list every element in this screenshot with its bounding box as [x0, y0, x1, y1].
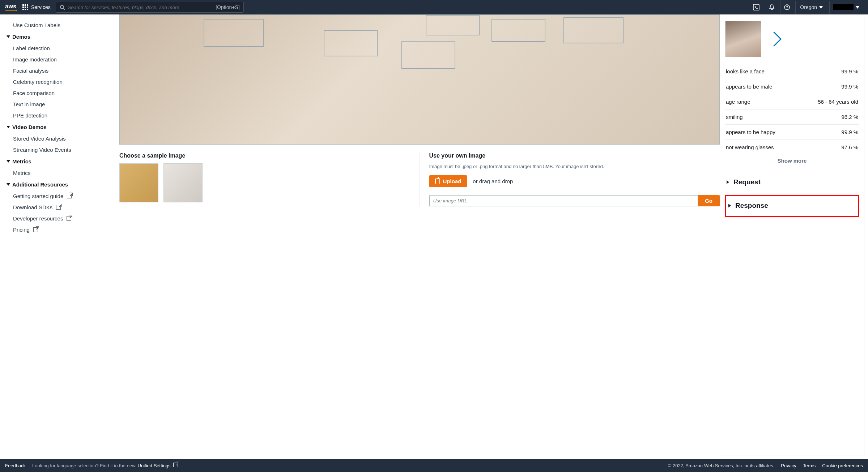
- attribute-row: age range56 - 64 years old: [725, 94, 859, 110]
- sidebar-item-getting-started[interactable]: Getting started guide: [3, 190, 106, 202]
- upload-note: Image must be .jpeg or .png format and n…: [429, 163, 720, 170]
- copyright: © 2022, Amazon Web Services, Inc. or its…: [668, 463, 775, 468]
- next-face-button[interactable]: [772, 30, 782, 48]
- sidebar-group-additional-resources[interactable]: Additional Resources: [3, 179, 106, 190]
- face-bounding-box: [426, 15, 480, 35]
- region-selector[interactable]: Oregon: [795, 1, 827, 14]
- upload-button[interactable]: Upload: [429, 175, 467, 187]
- cookie-preferences-link[interactable]: Cookie preferences: [822, 463, 863, 468]
- go-button[interactable]: Go: [698, 195, 720, 206]
- face-bounding-box: [563, 17, 624, 43]
- sidebar-group-video-demos[interactable]: Video Demos: [3, 121, 106, 133]
- divider: [420, 153, 420, 206]
- external-link-icon: [173, 463, 178, 467]
- caret-down-icon: [7, 126, 10, 128]
- face-bounding-box: [401, 41, 455, 69]
- sidebar-item-metrics[interactable]: Metrics: [3, 167, 106, 179]
- face-bounding-box: [204, 19, 264, 47]
- services-label: Services: [31, 4, 51, 10]
- top-nav: aws Services [Option+S] Oregon: [0, 0, 868, 14]
- selected-face-thumbnail: [725, 21, 761, 57]
- account-menu[interactable]: [829, 1, 863, 14]
- caret-right-icon: [728, 204, 731, 207]
- sidebar-item-custom-labels[interactable]: Use Custom Labels: [3, 20, 106, 31]
- request-section-toggle[interactable]: Request: [725, 175, 859, 190]
- global-search[interactable]: [Option+S]: [56, 2, 244, 13]
- attribute-row: not wearing glasses97.6 %: [725, 140, 859, 155]
- sidebar-item-pricing[interactable]: Pricing: [3, 224, 106, 235]
- footer: Feedback Looking for language selection?…: [0, 459, 868, 472]
- region-label: Oregon: [800, 4, 817, 10]
- sidebar-item-text-in-image[interactable]: Text in image: [3, 99, 106, 110]
- help-icon[interactable]: [780, 1, 793, 14]
- main-content: Choose a sample image Use your own image…: [119, 14, 720, 455]
- sidebar-group-demos[interactable]: Demos: [3, 31, 106, 43]
- grid-icon: [22, 4, 28, 10]
- sidebar-item-celebrity-recognition[interactable]: Celebrity recognition: [3, 76, 106, 87]
- caret-down-icon: [7, 35, 10, 38]
- svg-line-1: [63, 8, 65, 10]
- attribute-row: appears to be happy99.9 %: [725, 125, 859, 140]
- analyzed-image: [119, 14, 720, 145]
- sidebar-item-developer-resources[interactable]: Developer resources: [3, 213, 106, 224]
- sidebar: Use Custom Labels Demos Label detection …: [0, 14, 109, 459]
- face-bounding-box: [324, 30, 378, 56]
- response-section-highlight: Response: [725, 195, 859, 217]
- svg-point-0: [60, 5, 64, 8]
- sidebar-item-download-sdks[interactable]: Download SDKs: [3, 202, 106, 213]
- use-own-heading: Use your own image: [429, 153, 720, 159]
- services-menu[interactable]: Services: [22, 4, 51, 10]
- sidebar-group-metrics[interactable]: Metrics: [3, 155, 106, 167]
- external-link-icon: [67, 216, 71, 221]
- attribute-row: looks like a face99.9 %: [725, 64, 859, 79]
- language-note: Looking for language selection? Find it …: [32, 463, 178, 468]
- sidebar-item-image-moderation[interactable]: Image moderation: [3, 54, 106, 65]
- sidebar-item-label-detection[interactable]: Label detection: [3, 43, 106, 54]
- nav-utilities: Oregon: [750, 1, 863, 14]
- unified-settings-link[interactable]: Unified Settings: [138, 463, 178, 468]
- results-panel: looks like a face99.9 % appears to be ma…: [720, 14, 864, 455]
- sample-image-2[interactable]: [163, 163, 203, 202]
- image-url-input[interactable]: [429, 195, 698, 206]
- aws-logo[interactable]: aws: [5, 4, 17, 11]
- choose-sample-heading: Choose a sample image: [119, 153, 410, 159]
- feedback-link[interactable]: Feedback: [5, 463, 26, 468]
- privacy-link[interactable]: Privacy: [781, 463, 796, 468]
- caret-down-icon: [7, 183, 10, 186]
- external-link-icon: [56, 205, 61, 210]
- sidebar-item-streaming-video-events[interactable]: Streaming Video Events: [3, 144, 106, 155]
- caret-down-icon: [856, 6, 859, 9]
- sidebar-item-ppe-detection[interactable]: PPE detection: [3, 110, 106, 121]
- external-link-icon: [67, 194, 72, 198]
- sidebar-item-facial-analysis[interactable]: Facial analysis: [3, 65, 106, 76]
- search-icon: [60, 5, 65, 10]
- search-input[interactable]: [68, 5, 213, 10]
- attribute-list: looks like a face99.9 % appears to be ma…: [725, 64, 859, 155]
- notifications-icon[interactable]: [765, 1, 778, 14]
- caret-down-icon: [819, 6, 823, 9]
- search-shortcut-hint: [Option+S]: [216, 4, 240, 10]
- terms-link[interactable]: Terms: [803, 463, 816, 468]
- upload-icon: [435, 179, 440, 184]
- sidebar-item-stored-video-analysis[interactable]: Stored Video Analysis: [3, 133, 106, 144]
- response-section-toggle[interactable]: Response: [727, 198, 857, 213]
- cloudshell-icon[interactable]: [750, 1, 763, 14]
- caret-down-icon: [7, 160, 10, 163]
- account-name-redacted: [833, 4, 854, 10]
- attribute-row: appears to be male99.9 %: [725, 79, 859, 94]
- sidebar-item-face-comparison[interactable]: Face comparison: [3, 87, 106, 99]
- drag-drop-label: or drag and drop: [473, 178, 513, 184]
- face-bounding-box: [492, 19, 545, 42]
- caret-right-icon: [727, 180, 729, 184]
- attribute-row: smiling96.2 %: [725, 110, 859, 125]
- show-more-button[interactable]: Show more: [725, 155, 859, 165]
- sample-image-1[interactable]: [119, 163, 158, 202]
- external-link-icon: [33, 227, 38, 232]
